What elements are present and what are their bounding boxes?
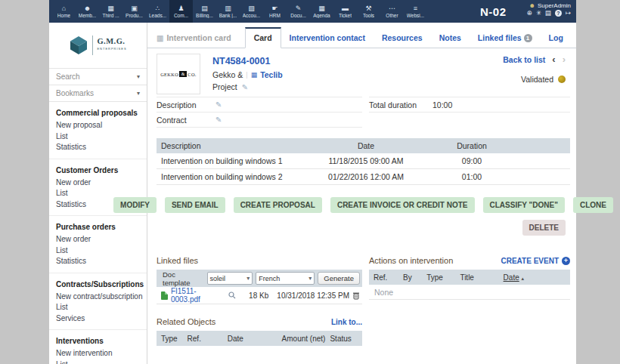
menu-members[interactable]: ☻Memb... <box>76 0 99 23</box>
menu-products[interactable]: ▣Produ... <box>122 0 146 23</box>
menu-ticket[interactable]: ▬Ticket <box>333 0 357 23</box>
events-header-date-sort[interactable]: Date ▴ <box>504 273 570 282</box>
menu-home-label: Home <box>57 13 70 18</box>
sidebar-item-services[interactable]: Services <box>56 313 144 325</box>
left-fields: Description ✎ Contract ✎ <box>157 94 362 128</box>
tab-log[interactable]: Log <box>541 29 572 48</box>
sidebar-item-new-order[interactable]: New order <box>56 177 144 189</box>
sidebar-title-purchase-orders[interactable]: Purchase orders <box>56 223 144 231</box>
menu-websites-label: Websi... <box>407 13 424 18</box>
edit-description-icon[interactable]: ✎ <box>215 100 222 109</box>
sidebar-title-interventions[interactable]: Interventions <box>56 337 144 345</box>
context-text: Intervention card <box>166 33 231 42</box>
menu-websites[interactable]: ≡Websi... <box>404 0 427 23</box>
sidebar-item-new-proposal[interactable]: New proposal <box>56 120 144 131</box>
logo-cube-icon <box>69 35 88 55</box>
tab-linked-files[interactable]: Linked files1 <box>470 29 541 48</box>
sidebar-title-customer-orders[interactable]: Customer Orders <box>56 166 144 174</box>
sidebar-item-new-intervention[interactable]: New intervention <box>56 348 144 359</box>
company-logo: G.M.G. ENTERPRISES <box>49 23 147 68</box>
language-select[interactable]: French ▾ <box>256 272 315 285</box>
events-header-date: Date <box>504 273 519 282</box>
create-invoice-button[interactable]: CREATE INVOICE OR CREDIT NOTE <box>330 197 475 213</box>
send-email-button[interactable]: SEND EMAIL <box>165 197 225 213</box>
tab-intervention-contact[interactable]: Intervention contact <box>281 29 374 48</box>
edit-project-icon[interactable]: ✎ <box>242 83 248 91</box>
language-select-value: French <box>259 275 280 282</box>
accountancy-icon: ▧ <box>248 5 255 12</box>
sidebar-item-intervention-list[interactable]: List <box>56 359 144 364</box>
clone-button[interactable]: CLONE <box>573 197 613 213</box>
events-header-title: Title <box>460 273 503 282</box>
menu-documents[interactable]: ✎Docu... <box>287 0 310 23</box>
contract-label: Contract <box>157 116 215 125</box>
total-duration-value: 10:00 <box>428 100 452 110</box>
menu-bank[interactable]: ▥Bank |... <box>216 0 240 23</box>
create-proposal-button[interactable]: CREATE PROPOSAL <box>234 197 322 213</box>
menu-leads[interactable]: ∴Leads... <box>146 0 169 23</box>
line-date: 11/18/2015 09:00 AM <box>294 156 438 165</box>
sidebar-title-contracts[interactable]: Contracts/Subscriptions <box>56 280 144 288</box>
logo-word-2: CO. <box>188 72 197 77</box>
logout-icon[interactable]: ↦ <box>566 10 571 17</box>
template-select[interactable]: soleil ▾ <box>207 272 253 285</box>
trash-icon[interactable] <box>352 292 360 300</box>
linked-file-link[interactable]: FI1511-0003.pdf <box>171 287 225 304</box>
tabs-row: ▥ Intervention card Card Intervention co… <box>147 23 576 48</box>
modify-button[interactable]: MODIFY <box>113 197 157 213</box>
menu-commercial[interactable]: ♟Com... <box>169 0 193 23</box>
link-to-link[interactable]: Link to... <box>331 318 362 326</box>
back-to-list-link[interactable]: Back to list <box>503 55 545 64</box>
print-icon[interactable]: ▤ <box>545 10 551 17</box>
sidebar-item-proposal-list[interactable]: List <box>56 131 144 143</box>
menu-billing[interactable]: ▤Billing... <box>193 0 216 23</box>
menu-home[interactable]: ⌂Home <box>52 0 76 23</box>
generate-button[interactable]: Generate <box>318 272 360 285</box>
sidebar-search-toggle[interactable]: Search ▾ <box>49 68 147 85</box>
next-record-icon[interactable]: › <box>563 56 566 63</box>
menu-agenda[interactable]: ▦Agenda <box>310 0 333 23</box>
line-description: Intervention on building windows 1 <box>157 156 294 165</box>
menu-other[interactable]: ⋯Other <box>380 0 404 23</box>
preview-icon[interactable] <box>228 292 236 299</box>
chevron-down-icon: ▾ <box>137 73 140 80</box>
menu-tools[interactable]: ⚒Tools <box>357 0 380 23</box>
project-line: Project ✎ <box>212 82 283 91</box>
delete-button[interactable]: DELETE <box>522 220 566 236</box>
classify-done-button[interactable]: CLASSIFY "DONE" <box>483 197 565 213</box>
user-menu[interactable]: ☻ SuperAdmin <box>529 2 571 9</box>
sidebar-item-purchase-order-list[interactable]: List <box>56 245 144 257</box>
sidebar-item-proposal-statistics[interactable]: Statistics <box>56 142 144 153</box>
sidebar-section-purchase-orders: Purchase orders New order List Statistic… <box>49 216 147 273</box>
right-fields: Total duration 10:00 <box>369 94 570 128</box>
sidebar-item-purchase-order-statistics[interactable]: Statistics <box>56 256 144 267</box>
create-event-link[interactable]: CREATE EVENT + <box>501 257 571 265</box>
main-area: ▥ Intervention card Card Intervention co… <box>147 23 576 364</box>
previous-record-icon[interactable]: ‹ <box>552 56 555 63</box>
menu-hrm[interactable]: ☛HRM <box>263 0 287 23</box>
object-banner: GEKKO & CO. NT4584-0001 Gekko & | ▦ Tecl… <box>157 54 570 94</box>
status-label: Validated <box>521 75 553 84</box>
sidebar-item-new-contract[interactable]: New contract/subscription <box>56 292 144 303</box>
menu-accountancy[interactable]: ▧Accou... <box>240 0 263 23</box>
sidebar-section-interventions: Interventions New intervention List Mode… <box>49 330 147 364</box>
sidebar-section-commercial-proposals: Commercial proposals New proposal List S… <box>49 102 147 159</box>
thirdparty-line: Gekko & | ▦ Teclib <box>212 70 283 79</box>
globe-icon[interactable]: ⊕ <box>527 10 532 17</box>
tab-card[interactable]: Card <box>245 27 281 48</box>
intervention-ref: NT4584-0001 <box>212 56 283 66</box>
sidebar-item-contract-list[interactable]: List <box>56 302 144 313</box>
tab-resources[interactable]: Resources <box>374 29 431 48</box>
help-icon[interactable]: ? <box>555 10 562 17</box>
documents-icon: ✎ <box>296 5 302 12</box>
edit-contract-icon[interactable]: ✎ <box>215 116 222 124</box>
sidebar-title-commercial-proposals[interactable]: Commercial proposals <box>56 109 144 117</box>
tab-notes[interactable]: Notes <box>431 29 470 48</box>
sidebar-bookmarks-toggle[interactable]: Bookmarks ▾ <box>49 85 147 102</box>
bug-icon[interactable]: ✳ <box>536 10 541 17</box>
thirdparty-link[interactable]: Teclib <box>260 70 283 79</box>
line-date: 01/22/2016 12:00 AM <box>294 172 438 181</box>
project-label: Project <box>212 82 237 91</box>
menu-thirdparties[interactable]: ▦Third ... <box>99 0 122 23</box>
sidebar-item-new-purchase-order[interactable]: New order <box>56 234 144 245</box>
